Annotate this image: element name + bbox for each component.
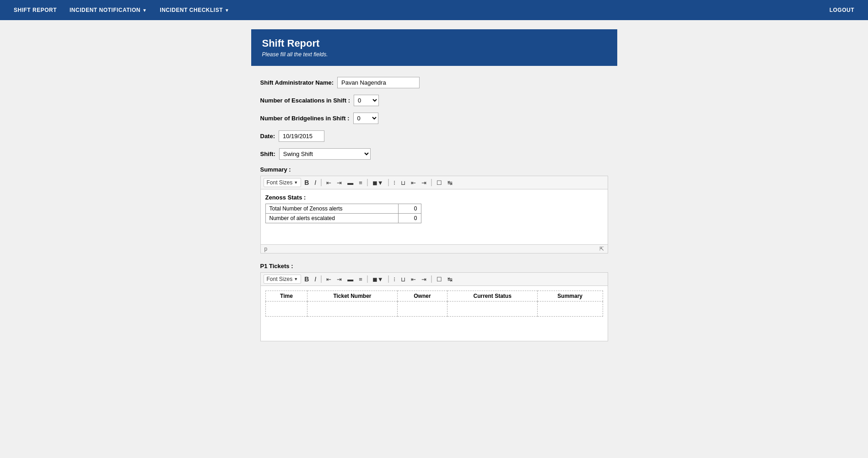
p1-toolbar-separator-1 [321, 275, 322, 283]
page-subtitle: Please fill all the text fields. [262, 51, 606, 58]
date-row: Date: [260, 130, 608, 142]
table-button[interactable]: ◼▼ [370, 178, 386, 187]
date-label: Date: [260, 133, 275, 140]
indent-button[interactable]: ⇥ [419, 178, 429, 187]
align-center-button[interactable]: ⇥ [334, 178, 344, 187]
bridgelines-select[interactable]: 0123 [353, 113, 378, 124]
p1-align-center-button[interactable]: ⇥ [334, 275, 344, 284]
zenoss-row-2-label: Number of alerts escalated [265, 214, 398, 223]
p1-align-left-button[interactable]: ⇤ [324, 275, 334, 284]
zenoss-row-2: Number of alerts escalated 0 [265, 214, 421, 223]
escalations-label: Number of Escalations in Shift : [260, 97, 350, 104]
p1-cell-time[interactable] [265, 302, 307, 317]
shift-select[interactable]: Day Shift Swing Shift Night Shift [279, 148, 371, 160]
p1-toolbar-separator-2 [367, 275, 368, 283]
p1-tickets-editor-body[interactable]: Time Ticket Number Owner Current Status … [261, 286, 608, 341]
p1-cell-owner[interactable] [397, 302, 447, 317]
p1-font-sizes-label: Font Sizes [267, 276, 293, 282]
p1-cell-current-status[interactable] [447, 302, 538, 317]
p1-cell-ticket-number[interactable] [307, 302, 397, 317]
shift-label: Shift: [260, 151, 275, 157]
col-current-status: Current Status [447, 291, 538, 302]
admin-name-label: Shift Administrator Name: [260, 79, 334, 86]
blockquote-button[interactable]: ☐ [434, 178, 444, 187]
p1-tickets-table: Time Ticket Number Owner Current Status … [265, 291, 603, 317]
summary-editor: Font Sizes ▼ B I ⇤ ⇥ ▬ ≡ ◼▼ ⁝ ⊔ ⇤ ⇥ ☐ ↹ [260, 176, 608, 253]
p1-toolbar-separator-3 [388, 275, 389, 283]
summary-label: Summary : [260, 166, 608, 173]
zenoss-row-1-label: Total Number of Zenoss alerts [265, 204, 398, 214]
summary-editor-body[interactable]: Zenoss Stats : Total Number of Zenoss al… [261, 189, 608, 244]
shift-row: Shift: Day Shift Swing Shift Night Shift [260, 148, 608, 160]
align-right-button[interactable]: ▬ [345, 178, 356, 187]
p1-font-sizes-button[interactable]: Font Sizes ▼ [264, 275, 302, 284]
p1-ordered-list-button[interactable]: ⊔ [399, 275, 408, 284]
col-time: Time [265, 291, 307, 302]
summary-toolbar: Font Sizes ▼ B I ⇤ ⇥ ▬ ≡ ◼▼ ⁝ ⊔ ⇤ ⇥ ☐ ↹ [261, 176, 608, 189]
toolbar-separator-2 [367, 179, 368, 186]
date-input[interactable] [279, 130, 324, 142]
font-sizes-arrow-icon: ▼ [294, 180, 298, 185]
escalations-row: Number of Escalations in Shift : 0123 [260, 95, 608, 106]
p1-blockquote-button[interactable]: ☐ [434, 275, 444, 284]
bold-button[interactable]: B [302, 178, 311, 187]
admin-name-input[interactable] [337, 77, 420, 88]
col-summary: Summary [537, 291, 603, 302]
p1-outdent-button[interactable]: ⇤ [409, 275, 418, 284]
p1-font-sizes-arrow-icon: ▼ [294, 277, 298, 281]
admin-name-row: Shift Administrator Name: [260, 77, 608, 88]
escalations-select[interactable]: 0123 [354, 95, 379, 106]
zenoss-row-2-value[interactable]: 0 [398, 214, 421, 223]
nav-shift-report-label: SHIFT REPORT [14, 7, 57, 13]
navbar: SHIFT REPORT INCIDENT NOTIFICATION ▼ INC… [0, 0, 868, 20]
outdent-button[interactable]: ⇤ [409, 178, 418, 187]
p1-tickets-tbody [265, 302, 603, 317]
nav-incident-checklist-label: INCIDENT CHECKLIST [160, 7, 223, 13]
p1-table-button[interactable]: ◼▼ [370, 275, 386, 284]
zenoss-stats-heading: Zenoss Stats : [265, 194, 603, 201]
italic-button[interactable]: I [312, 178, 318, 187]
p1-unordered-list-button[interactable]: ⁝ [391, 275, 398, 284]
col-owner: Owner [397, 291, 447, 302]
p1-cell-summary[interactable] [537, 302, 603, 317]
align-justify-button[interactable]: ≡ [356, 178, 365, 187]
p1-tickets-toolbar: Font Sizes ▼ B I ⇤ ⇥ ▬ ≡ ◼▼ ⁝ ⊔ ⇤ ⇥ ☐ ↹ [261, 273, 608, 286]
resize-handle-icon[interactable]: ⇱ [599, 246, 604, 252]
fullscreen-button[interactable]: ↹ [445, 178, 455, 187]
nav-shift-report[interactable]: SHIFT REPORT [7, 0, 63, 20]
shift-report-form: Shift Administrator Name: Number of Esca… [251, 77, 617, 341]
align-left-button[interactable]: ⇤ [324, 178, 334, 187]
bridgelines-label: Number of Bridgelines in Shift : [260, 115, 350, 122]
p1-ticket-row-1 [265, 302, 603, 317]
p1-tickets-editor: Font Sizes ▼ B I ⇤ ⇥ ▬ ≡ ◼▼ ⁝ ⊔ ⇤ ⇥ ☐ ↹ [260, 272, 608, 341]
zenoss-row-1: Total Number of Zenoss alerts 0 [265, 204, 421, 214]
p1-italic-button[interactable]: I [312, 275, 318, 284]
unordered-list-button[interactable]: ⁝ [391, 178, 398, 187]
logout-button[interactable]: LOGOUT [823, 0, 861, 20]
p1-tickets-header-row: Time Ticket Number Owner Current Status … [265, 291, 603, 302]
page-header: Shift Report Please fill all the text fi… [251, 29, 617, 66]
p1-tickets-thead: Time Ticket Number Owner Current Status … [265, 291, 603, 302]
incident-checklist-arrow-icon: ▼ [225, 8, 229, 13]
page-container: Shift Report Please fill all the text fi… [251, 20, 617, 360]
nav-incident-notification-label: INCIDENT NOTIFICATION [70, 7, 140, 13]
page-title: Shift Report [262, 38, 606, 49]
zenoss-stats-table: Total Number of Zenoss alerts 0 Number o… [265, 204, 421, 223]
p1-bold-button[interactable]: B [302, 275, 311, 284]
font-sizes-button[interactable]: Font Sizes ▼ [264, 178, 302, 187]
incident-notification-arrow-icon: ▼ [142, 8, 147, 13]
bridgelines-row: Number of Bridgelines in Shift : 0123 [260, 113, 608, 124]
zenoss-row-1-value[interactable]: 0 [398, 204, 421, 214]
p1-fullscreen-button[interactable]: ↹ [445, 275, 455, 284]
font-sizes-label: Font Sizes [267, 179, 293, 186]
summary-tag-indicator: p [264, 246, 268, 252]
ordered-list-button[interactable]: ⊔ [399, 178, 408, 187]
logout-label: LOGOUT [830, 7, 854, 13]
nav-incident-checklist[interactable]: INCIDENT CHECKLIST ▼ [153, 0, 236, 20]
p1-indent-button[interactable]: ⇥ [419, 275, 429, 284]
p1-align-right-button[interactable]: ▬ [345, 275, 356, 284]
toolbar-separator-3 [388, 179, 389, 186]
nav-incident-notification[interactable]: INCIDENT NOTIFICATION ▼ [63, 0, 153, 20]
p1-align-justify-button[interactable]: ≡ [356, 275, 365, 284]
toolbar-separator-1 [321, 179, 322, 186]
